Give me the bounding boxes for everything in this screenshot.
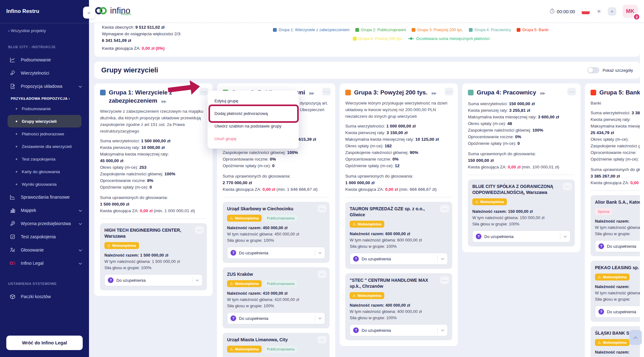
creditor-menu-button[interactable]: ··· [440,276,449,284]
group-menu-button[interactable]: ··· [445,88,453,95]
sidebar-item-wyniki-głosowania[interactable]: Wyniki głosowania [8,178,81,190]
sidebar-item-głosowanie[interactable]: Głosowanie [0,243,89,257]
creditor-menu-button[interactable]: ··· [318,270,326,278]
chevron-down-icon[interactable] [192,277,199,283]
stat-line: Suma wierzytelności: 150 000,00 zł [468,100,575,107]
creditor-detail-row: W tym należność główna: [595,290,644,296]
legend-item-group6[interactable]: Grupa 6: Poniżej 200 tys. [353,37,402,41]
chevron-down-icon [79,208,82,213]
polish-flag-icon[interactable] [581,8,590,14]
sidebar-item-wierzytelności[interactable]: Wierzytelności [0,66,89,80]
divider [468,175,575,175]
project-section-label: BLUE CITY - INSTRUKCJE [8,45,89,49]
scroll-top-button[interactable] [629,330,642,345]
group-menu-button[interactable]: ··· [322,88,331,95]
status-dropdown[interactable]: ? Do uzupełnienia [595,240,644,252]
stat-line: Suma uprawnionych do głosowania:1 500 00… [100,194,207,207]
sidebar-item-sprawozdania-finansowe[interactable]: Sprawozdania finansowe [0,190,89,204]
creditor-name: BLUE CITY SPÓŁKA Z OGRANICZONĄ ODPOWIEDZ… [472,184,570,196]
notification-badge: 3 [633,13,640,20]
status-dropdown[interactable]: ? Do uzupełnienia [595,306,644,318]
creditor-detail-row: Siła głosu w grupie: 100% [472,221,570,227]
chevron-down-icon[interactable] [437,327,444,333]
creditor-card: PEKAO LEASING sp. z o.o. ··· ⚠Niekomplet… [591,261,644,322]
add-button[interactable]: + [608,7,616,16]
fast-forward-icon[interactable]: ▶▶ [161,99,166,104]
app-logo[interactable]: infinoRestru [94,6,130,17]
bullet-icon [16,158,17,160]
legend-item[interactable]: Grupa 1: Wierzyciele z zabezpieczeniem [273,28,350,32]
chevron-down-icon[interactable] [560,233,567,240]
legend-item[interactable]: Grupa 4: Pracownicy [469,28,511,32]
creditor-menu-button[interactable]: ··· [318,336,326,343]
group-header: Grupa 4: Pracownicy ▶▶ [468,88,575,97]
creditor-detail-row: Należność razem: 400 000,00 zł [350,302,448,309]
sidebar-item-propozycja-układowa[interactable]: Propozycja układowa [0,80,89,93]
fast-forward-icon[interactable]: ▶▶ [540,91,545,95]
sidebar-item-wycena-przedsiębiorstwa[interactable]: Wycena przedsiębiorstwa [0,217,89,230]
back-to-projects-link[interactable]: ‹ Wszystkie projekty [8,28,89,33]
context-menu-item-usuń-grupę[interactable]: Usuń grupę [208,132,299,145]
legend-item[interactable]: Grupa 5: Banki [517,28,548,32]
group-menu-button[interactable]: ··· [199,88,208,95]
bullet-icon [16,121,17,122]
status-dropdown[interactable]: ? Do uzupełnienia [350,253,448,265]
stat-line: Opóźnienie spłaty (m-ce): 0 [223,162,330,169]
legend-item-expected-payments[interactable]: Oczekiwana suma miesięcznych płatności [408,37,489,41]
stat-line: Kwota głosująca ZA: 0,00 zł (min. 1 000 … [100,207,207,214]
chevron-down-icon[interactable] [437,256,444,262]
help-circle-icon: ? [598,243,604,249]
creditor-menu-button[interactable]: ··· [318,205,326,212]
sidebar-item-płatności-jednorazowe[interactable]: Płatności jednorazowe [8,128,81,140]
status-badge: ⚠Niekompletna [227,346,262,353]
chevron-down-icon[interactable] [315,250,322,256]
sidebar-item-karty-do-głosowania[interactable]: Karty do głosowania [8,165,81,178]
stat-line: Maksymalna kwota miesięcznej raty:45 000… [100,151,207,164]
sidebar-item-test-zaspokojenia[interactable]: Test zaspokojenia [8,153,81,165]
sidebar-item-zestawienie-dla-wierzycieli[interactable]: Zestawienie dla wierzycieli [8,140,81,153]
creditor-detail-row: W tym należność główna: [595,224,644,231]
fast-forward-icon[interactable]: ▶▶ [432,91,436,95]
sidebar-item-podsumowanie[interactable]: Podsumowanie [8,102,81,115]
group-description: Banki [591,100,644,106]
sidebar-collapse-button[interactable]: « [83,7,95,19]
session-timer: 00:00:00 [549,8,575,15]
chevron-down-icon[interactable] [315,315,322,321]
stat-line: Opóźnienie spłaty (m-ce): 0 [468,140,575,147]
status-dropdown[interactable]: ? Do uzupełnienia [472,230,570,242]
context-menu-item-utwórz-szablon-na-podstawie-grupy[interactable]: Utwórz szablon na podstawie grupy [208,120,299,132]
status-dropdown[interactable]: ? Do uzupełnienia [227,247,325,259]
chart-legend-row2: Grupa 6: Poniżej 200 tys. Oczekiwana sum… [353,37,490,41]
theme-sun-icon[interactable]: ☀ [596,8,602,15]
creditor-detail-row: W tym należność główna: 450 000,00 zł [227,231,325,237]
sidebar-item-infino-legal[interactable]: Infino Legal [0,257,89,270]
group-menu-button[interactable]: ··· [567,88,576,95]
creditor-menu-button[interactable]: ··· [440,205,449,212]
sidebar-item-podsumowanie[interactable]: Podsumowanie [0,53,89,66]
creditor-card: Urząd Skarbowy w Ciechocinku ··· ⚠Niekom… [223,202,330,263]
legend-item[interactable]: Grupa 2: Publicznoprawni [355,28,406,32]
creditor-menu-button[interactable]: ··· [195,226,204,234]
context-menu-item-dodaj-płatność-jednorazową[interactable]: Dodaj płatność jednorazową [208,107,299,120]
status-dropdown[interactable]: ? Do uzupełnienia [227,312,325,324]
fast-forward-icon[interactable]: ▶▶ [309,91,314,95]
group-color-icon [591,90,596,95]
status-dropdown[interactable]: ? Do uzupełnienia [350,324,448,336]
sidebar-item-grupy-wierzycieli[interactable]: Grupy wierzycieli [8,115,81,128]
return-to-infino-legal-button[interactable]: Wróć do Infino Legal [6,336,83,350]
context-menu-item-edytuj-grupę[interactable]: Edytuj grupę [208,94,299,107]
stat-line: Kwota głosująca ZA: 0,00 zł (min. 1 846 … [223,186,330,193]
sidebar-item-majątek[interactable]: Majątek [0,204,89,217]
toggle-switch[interactable] [587,67,599,73]
help-circle-icon: ? [353,327,359,333]
show-details-toggle[interactable]: Pokaż szczegóły [587,67,633,73]
legend-item[interactable]: Grupa 3: Powyżej 200 tys. [412,28,463,32]
creditor-menu-button[interactable]: ··· [563,183,572,190]
sidebar-item-paczki-kosztów[interactable]: Paczki kosztów [0,290,89,303]
help-circle-icon: ? [230,315,236,321]
avatar[interactable]: MK 3 [623,5,638,18]
bullet-icon [16,108,17,110]
sidebar-item-test-zaspokojenia[interactable]: Test zaspokojenia [0,230,89,243]
status-dropdown[interactable]: ? Do uzupełnienia [104,274,203,286]
creditor-detail-row: W tym należność główna: 600 000,00 zł [350,237,448,243]
